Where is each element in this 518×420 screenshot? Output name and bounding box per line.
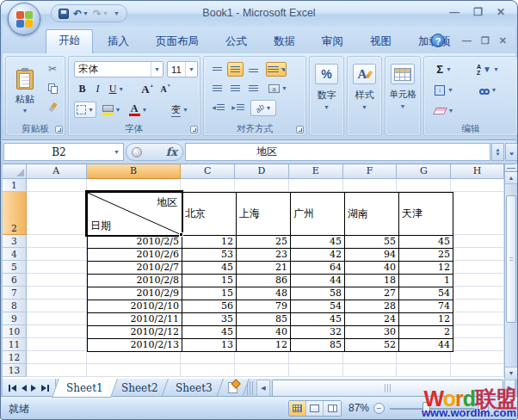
cell-C1[interactable]	[181, 179, 235, 192]
page-layout-view-button[interactable]	[306, 401, 324, 416]
table-date-cell[interactable]: 2010/2/11	[88, 313, 182, 326]
column-header-A[interactable]: A	[27, 164, 87, 179]
cell-A6[interactable]	[27, 274, 87, 287]
table-value-cell[interactable]: 32	[291, 326, 345, 339]
select-all-button[interactable]	[3, 164, 27, 179]
row-header-6[interactable]: 6	[3, 274, 27, 287]
table-date-cell[interactable]: 2010/2/12	[88, 326, 182, 339]
cell-E12[interactable]	[289, 351, 343, 364]
expand-formula-bar-button[interactable]: ⌄⌄	[505, 143, 518, 161]
cell-D1[interactable]	[235, 179, 289, 192]
font-size-combo[interactable]: 11 ▼	[167, 61, 198, 77]
number-group-button[interactable]: % 数字 ▼	[311, 59, 342, 133]
table-value-cell[interactable]: 15	[182, 287, 237, 300]
minimize-button[interactable]: —	[449, 6, 459, 18]
table-value-cell[interactable]: 94	[345, 249, 399, 262]
table-value-cell[interactable]: 2	[399, 326, 453, 339]
vertical-scrollbar[interactable]: ▲ ▼	[504, 164, 517, 379]
tab-公式[interactable]: 公式	[213, 31, 259, 53]
normal-view-button[interactable]	[289, 401, 306, 416]
table-header-上海[interactable]: 上海	[237, 193, 291, 236]
table-value-cell[interactable]: 55	[345, 236, 399, 249]
table-value-cell[interactable]: 30	[345, 326, 399, 339]
cell-H11[interactable]	[451, 338, 504, 351]
fill-color-button[interactable]: ▼	[100, 102, 123, 118]
cell-A4[interactable]	[27, 248, 87, 261]
row-header-1[interactable]: 1	[3, 179, 27, 192]
table-value-cell[interactable]: 21	[237, 262, 291, 275]
vertical-split-box[interactable]	[505, 164, 517, 172]
orientation-button[interactable]: ab ▼	[250, 100, 276, 116]
alignment-dialog-launcher[interactable]	[296, 126, 304, 133]
table-header-北京[interactable]: 北京	[182, 193, 237, 236]
table-value-cell[interactable]: 12	[399, 313, 453, 326]
table-value-cell[interactable]: 15	[182, 275, 237, 287]
cell-C13[interactable]	[181, 364, 235, 377]
cell-A12[interactable]	[27, 351, 87, 364]
vertical-scroll-thumb[interactable]	[506, 195, 516, 323]
cell-H3[interactable]	[451, 235, 504, 248]
table-date-cell[interactable]: 2010/2/5	[88, 236, 182, 249]
font-dialog-launcher[interactable]	[190, 126, 198, 133]
table-value-cell[interactable]: 42	[291, 249, 345, 262]
align-right-button[interactable]	[245, 81, 262, 96]
align-middle-button[interactable]	[227, 62, 244, 77]
row-header-12[interactable]: 12	[3, 351, 27, 364]
table-value-cell[interactable]: 27	[345, 287, 399, 300]
scroll-up-button[interactable]: ▲	[505, 172, 517, 184]
align-center-button[interactable]	[227, 81, 244, 96]
table-value-cell[interactable]: 18	[345, 275, 399, 287]
table-value-cell[interactable]: 45	[291, 313, 345, 326]
table-date-cell[interactable]: 2010/2/7	[88, 262, 182, 275]
cell-A2[interactable]	[27, 192, 87, 235]
table-value-cell[interactable]: 58	[291, 287, 345, 300]
cell-H12[interactable]	[451, 351, 504, 364]
find-select-button[interactable]: ▼	[472, 83, 503, 97]
bold-button[interactable]: B	[75, 82, 89, 96]
table-date-cell[interactable]: 2010/2/13	[88, 339, 182, 352]
table-value-cell[interactable]: 23	[237, 249, 291, 262]
tab-页面布局[interactable]: 页面布局	[144, 31, 211, 53]
increase-indent-button[interactable]: ▶	[229, 100, 247, 114]
cell-G13[interactable]	[397, 364, 451, 377]
table-value-cell[interactable]: 40	[345, 262, 399, 275]
close-button[interactable]: ✕	[496, 6, 505, 18]
font-name-combo[interactable]: 宋体 ▼	[74, 61, 163, 77]
cell-H4[interactable]	[451, 248, 504, 261]
cell-G12[interactable]	[397, 351, 451, 364]
insert-function-area[interactable]: fx	[126, 143, 183, 161]
column-header-E[interactable]: E	[289, 164, 343, 179]
fill-handle[interactable]	[179, 232, 183, 237]
decrease-indent-button[interactable]: ◀	[209, 100, 227, 114]
workbook-close-button[interactable]: ✕	[499, 35, 507, 46]
office-button[interactable]	[8, 3, 40, 35]
align-left-button[interactable]	[209, 81, 225, 96]
cell-F1[interactable]	[343, 179, 398, 192]
font-color-button[interactable]: A ▼	[126, 102, 150, 118]
tab-开始[interactable]: 开始	[46, 29, 93, 53]
table-value-cell[interactable]: 40	[237, 326, 291, 339]
cell-H1[interactable]	[451, 179, 504, 192]
format-painter-button[interactable]	[44, 99, 61, 114]
column-header-H[interactable]: H	[451, 164, 504, 179]
insert-worksheet-button[interactable]	[216, 379, 250, 398]
table-value-cell[interactable]: 85	[291, 339, 345, 352]
cell-E1[interactable]	[289, 179, 343, 192]
table-value-cell[interactable]: 12	[182, 236, 237, 249]
table-value-cell[interactable]: 79	[237, 300, 291, 313]
cell-B13[interactable]	[87, 364, 182, 377]
next-sheet-button[interactable]	[31, 385, 36, 392]
grow-font-button[interactable]: A▲	[139, 82, 156, 96]
cell-F12[interactable]	[343, 351, 398, 364]
table-date-cell[interactable]: 2010/2/9	[88, 287, 182, 300]
shrink-font-button[interactable]: A▼	[157, 82, 174, 96]
table-header-天津[interactable]: 天津	[399, 193, 453, 236]
table-value-cell[interactable]: 28	[345, 300, 399, 313]
table-value-cell[interactable]: 56	[182, 300, 237, 313]
table-date-cell[interactable]: 2010/2/8	[88, 275, 182, 287]
table-value-cell[interactable]: 12	[399, 262, 453, 275]
cell-C12[interactable]	[181, 351, 235, 364]
redo-button[interactable]: ↷▼	[93, 8, 108, 20]
row-header-10[interactable]: 10	[3, 325, 27, 338]
tab-数据[interactable]: 数据	[262, 31, 307, 53]
